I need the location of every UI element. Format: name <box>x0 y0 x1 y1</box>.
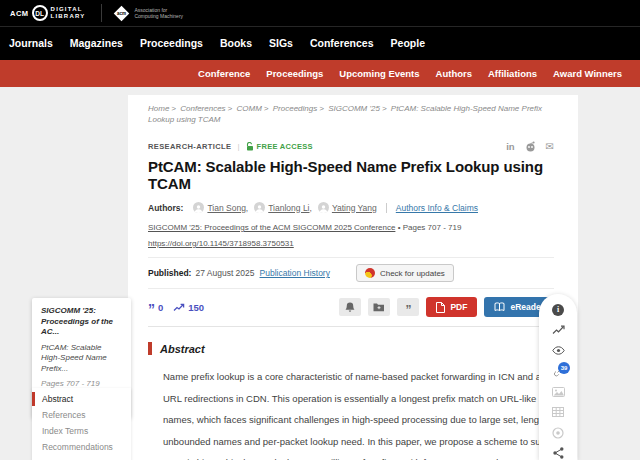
cite-quote-icon: ” <box>405 306 411 314</box>
citation-count: 0 <box>158 302 163 313</box>
crossmark-icon <box>365 268 375 278</box>
nav-item-people[interactable]: People <box>391 37 425 49</box>
nav-item-magazines[interactable]: Magazines <box>70 37 123 49</box>
doi-link[interactable]: https://doi.org/10.1145/3718958.3750531 <box>148 239 294 248</box>
breadcrumb-proceedings[interactable]: Proceedings <box>273 104 317 113</box>
published-label: Published: <box>148 268 191 278</box>
article-panel: Home> Conferences> COMM> Proceedings> SI… <box>128 95 578 460</box>
authors-label: Authors: <box>148 203 183 213</box>
media-icon[interactable] <box>551 426 565 440</box>
tables-icon[interactable] <box>551 406 565 420</box>
bell-icon <box>345 302 355 313</box>
header-divider <box>101 4 102 22</box>
social-share-icons: in ✉ <box>506 141 554 152</box>
reddit-icon[interactable] <box>525 141 536 152</box>
author-link-yating-yang[interactable]: Yating Yang <box>332 203 377 213</box>
dl-gear-icon: DL <box>32 5 48 21</box>
ereader-icon <box>494 302 505 312</box>
eye-icon[interactable] <box>551 344 565 358</box>
author-link-tianlong-li[interactable]: Tianlong Li <box>268 203 309 213</box>
check-for-updates-button[interactable]: Check for updates <box>356 264 454 282</box>
share-icon[interactable] <box>551 447 565 460</box>
menu-item-recommendations[interactable]: Recommendations <box>32 439 131 455</box>
subnav-item-upcoming-events[interactable]: Upcoming Events <box>339 68 419 79</box>
main-nav: Journals Magazines Proceedings Books SIG… <box>0 27 640 59</box>
menu-item-comments[interactable]: Comments <box>32 455 131 460</box>
cite-button[interactable]: ” <box>397 298 419 316</box>
library-text: LIBRARY <box>51 13 86 20</box>
bullet-separator: • <box>398 223 401 232</box>
figures-icon[interactable] <box>551 385 565 399</box>
subnav-item-proceedings[interactable]: Proceedings <box>266 68 323 79</box>
author-separator: , <box>310 203 312 213</box>
alerts-button[interactable] <box>339 298 361 316</box>
save-to-binder-button[interactable] <box>368 298 390 316</box>
unlock-icon <box>246 142 254 151</box>
published-date: 27 August 2025 <box>195 268 254 278</box>
subnav-item-conference[interactable]: Conference <box>198 68 250 79</box>
nav-item-journals[interactable]: Journals <box>9 37 53 49</box>
email-icon[interactable]: ✉ <box>546 141 554 152</box>
acm-dl-logo[interactable]: ACM DL DIGITAL LIBRARY <box>10 5 85 21</box>
reader-toolbar: i 39 <box>539 294 577 460</box>
breadcrumb-home[interactable]: Home <box>148 104 169 113</box>
abstract-section-header: Abstract <box>148 342 554 355</box>
author-link-tian-song[interactable]: Tian Song <box>207 203 245 213</box>
acm-dl-page: ACM DL DIGITAL LIBRARY acm Association f… <box>0 0 640 460</box>
proceedings-link[interactable]: SIGCOMM '25: Proceedings of the ACM SIGC… <box>148 223 395 232</box>
breadcrumb-sigcomm25[interactable]: SIGCOMM '25 <box>328 104 380 113</box>
authors-info-claims-link[interactable]: Authors Info & Claims <box>396 203 478 213</box>
views-metric: 150 <box>173 302 204 313</box>
info-glyph: i <box>552 304 564 316</box>
card-proceedings-title[interactable]: SIGCOMM '25: Proceedings of the AC... <box>41 306 122 338</box>
section-accent-bar <box>148 342 152 355</box>
pdf-file-icon <box>436 302 445 313</box>
card-pages: Pages 707 - 719 <box>41 379 122 388</box>
nav-item-conferences[interactable]: Conferences <box>310 37 374 49</box>
check-for-updates-label: Check for updates <box>380 269 445 278</box>
citation-quote-icon: ” <box>148 305 155 313</box>
acm-association-logo[interactable]: acm Association for Computing Machinery <box>116 7 183 19</box>
card-article-title: PtCAM: Scalable High-Speed Name Prefix..… <box>41 343 122 375</box>
acm-diamond-icon: acm <box>114 5 130 21</box>
linkedin-icon[interactable]: in <box>506 141 514 152</box>
trending-icon <box>173 303 185 312</box>
nav-item-books[interactable]: Books <box>220 37 252 49</box>
subnav-item-award-winners[interactable]: Award Winners <box>553 68 622 79</box>
nav-item-sigs[interactable]: SIGs <box>269 37 293 49</box>
abstract-text: Name prefix lookup is a core characteris… <box>148 366 568 460</box>
metrics-icon[interactable] <box>551 324 565 338</box>
vertical-divider <box>386 203 387 213</box>
breadcrumb: Home> Conferences> COMM> Proceedings> SI… <box>148 103 554 125</box>
conference-subnav: Conference Proceedings Upcoming Events A… <box>0 60 640 87</box>
author-separator: , <box>246 203 248 213</box>
digital-library-text: DIGITAL LIBRARY <box>51 6 86 20</box>
free-access-badge: FREE ACCESS <box>246 142 313 151</box>
digital-text: DIGITAL <box>51 6 86 13</box>
author-avatar <box>193 202 204 213</box>
nav-item-proceedings[interactable]: Proceedings <box>140 37 203 49</box>
metrics-row: ” 0 150 ” PDF <box>148 289 554 327</box>
subnav-item-affiliations[interactable]: Affiliations <box>488 68 537 79</box>
publication-history-link[interactable]: Publication History <box>260 268 330 278</box>
menu-item-index-terms[interactable]: Index Terms <box>32 423 131 439</box>
menu-item-abstract[interactable]: Abstract <box>32 391 131 407</box>
breadcrumb-separator: > <box>264 104 269 113</box>
breadcrumb-conferences[interactable]: Conferences <box>180 104 225 113</box>
published-row: Published: 27 August 2025 Publication Hi… <box>148 257 554 289</box>
acm-diamond-text: acm <box>117 10 126 15</box>
pdf-button[interactable]: PDF <box>426 297 477 317</box>
subnav-item-authors[interactable]: Authors <box>436 68 472 79</box>
article-title: PtCAM: Scalable High-Speed Name Prefix L… <box>148 158 554 192</box>
menu-item-references[interactable]: References <box>32 407 131 423</box>
folder-add-icon <box>373 302 385 312</box>
article-meta-row: RESEARCH-ARTICLE | FREE ACCESS in ✉ <box>148 141 554 152</box>
breadcrumb-separator: > <box>171 104 176 113</box>
references-icon[interactable]: 39 <box>551 365 565 379</box>
authors-row: Authors: Tian Song, Tianlong Li, Yating … <box>148 202 554 213</box>
breadcrumb-separator: > <box>228 104 233 113</box>
author-avatar <box>318 202 329 213</box>
breadcrumb-comm[interactable]: COMM <box>237 104 262 113</box>
association-text: Association for Computing Machinery <box>134 7 183 19</box>
info-icon[interactable]: i <box>551 303 565 317</box>
